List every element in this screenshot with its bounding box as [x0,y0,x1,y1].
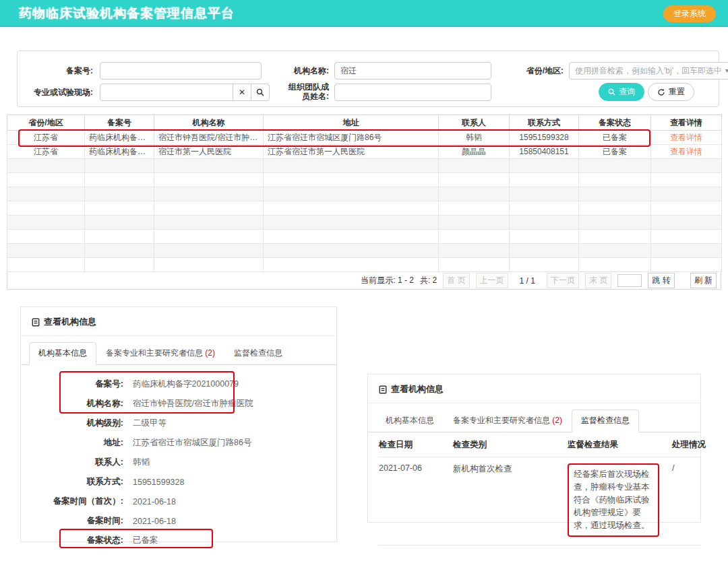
org-name-input[interactable] [334,62,491,79]
panel-title-text: 查看机构信息 [44,316,96,328]
tab-label: 备案专业和主要研究者信息 [106,348,203,358]
field-value: 药临床机构备字2021000079 [133,379,239,390]
profession-label: 专业或试验现场: [18,84,93,101]
cell-province: 江苏省 [7,145,85,159]
tab-label: 监督检查信息 [581,416,630,425]
field-value: 2021-06-18 [133,517,176,526]
table-row-1[interactable]: 江苏省 药临床机构备字20210... 宿迁市钟吾医院/宿迁市肿瘤医院 江苏省宿… [7,131,722,145]
panel-title: 查看机构信息 [21,307,336,336]
panel-title-text: 查看机构信息 [391,383,444,395]
tab-label: 机构基本信息 [386,416,434,425]
cell-org-name: 宿迁市钟吾医院/宿迁市肿瘤医院 [154,131,264,145]
team-member-label: 组织团队成员姓名: [284,82,329,101]
query-button[interactable]: 查询 [599,83,644,101]
app-header: 药物临床试验机构备案管理信息平台 登录系统 [0,0,728,27]
table-row-empty [7,173,722,187]
view-detail-link[interactable]: 查看详情 [670,133,702,142]
tab-basic-info[interactable]: 机构基本信息 [376,410,444,432]
document-icon [32,318,40,327]
col-province: 省份/地区 [7,115,85,131]
table-row-2[interactable]: 江苏省 药临床机构备字20210... 宿迁市第一人民医院 江苏省宿迁市第一人民… [7,145,722,159]
field-label: 机构名称: [21,398,123,410]
province-select[interactable] [569,62,728,79]
cell-record-no: 药临床机构备字20210... [85,131,154,145]
field-value: 江苏省宿迁市宿城区厦门路86号 [133,437,251,449]
profession-input[interactable] [100,84,233,101]
prev-page-button[interactable]: 上一页 [476,273,508,288]
search-panel: 备案号: 机构名称: 省份/地区: ▾ 专业或试验现场: ✕ 组织团队成员姓名:… [17,51,719,107]
field-label: 地址: [21,437,123,449]
col-inspect-result: 监督检查结果 [568,439,665,451]
last-page-button[interactable]: 末 页 [585,273,611,288]
tab-basic-info[interactable]: 机构基本信息 [29,342,96,365]
inspect-date: 2021-07-06 [379,463,453,537]
cell-phone: 15850408151 [510,145,579,159]
field-label: 联系人: [21,457,123,468]
field-value: 15951599328 [133,478,184,487]
login-button[interactable]: 登录系统 [663,5,716,22]
col-inspect-type: 检查类别 [453,439,568,451]
province-label: 省份/地区: [508,62,564,79]
page-indicator: 1 / 1 [514,276,541,286]
table-row-empty [7,201,722,216]
tab-researcher-info[interactable]: 备案专业和主要研究者信息 (2) [96,342,224,365]
document-icon [379,385,387,394]
cell-org-name: 宿迁市第一人民医院 [154,145,264,159]
field-label: 机构级别: [21,418,123,429]
search-icon [608,88,615,96]
tab-label: 备案专业和主要研究者信息 [453,416,550,425]
query-button-label: 查询 [619,86,635,98]
record-no-input[interactable] [100,62,262,79]
cell-phone: 15951599328 [510,131,579,145]
table-header-row: 省份/地区 备案号 机构名称 地址 联系人 联系方式 备案状态 查看详情 [7,115,722,131]
tab-supervision-info[interactable]: 监督检查信息 [572,410,639,432]
col-detail: 查看详情 [651,115,722,131]
jump-page-input[interactable] [617,274,642,287]
tab-bar: 机构基本信息 备案专业和主要研究者信息 (2) 监督检查信息 [368,403,700,432]
search-icon[interactable] [251,84,270,101]
cell-contact: 韩韬 [439,131,510,145]
jump-button[interactable]: 跳 转 [648,273,674,288]
tab-researcher-info[interactable]: 备案专业和主要研究者信息 (2) [444,410,572,432]
col-phone: 联系方式 [510,115,579,131]
org-info-panel-basic: 查看机构信息 机构基本信息 备案专业和主要研究者信息 (2) 监督检查信息 备案… [20,306,337,542]
cell-contact: 颜晶晶 [439,145,510,159]
cell-address: 江苏省宿迁市第一人民医院 [264,145,439,159]
tab-supervision-info[interactable]: 监督检查信息 [224,342,292,365]
pagination-bar: 当前显示: 1 - 2 共: 2 首 页 上一页 1 / 1 下一页 末 页 跳… [7,272,721,290]
table-row-empty [7,216,722,230]
refresh-button[interactable]: 刷 新 [690,273,717,288]
col-handling: 处理情况 [665,439,706,451]
col-org-name: 机构名称 [154,115,264,131]
field-value: 已备案 [133,535,158,546]
tab-label: 机构基本信息 [38,348,87,358]
first-page-button[interactable]: 首 页 [443,273,469,288]
view-detail-link[interactable]: 查看详情 [670,147,702,156]
tab-count-badge: (2) [205,348,215,358]
tab-label: 监督检查信息 [234,348,282,358]
handling-status: / [665,463,706,537]
col-record-no: 备案号 [85,115,154,131]
field-label: 备案状态: [21,535,123,546]
status-badge: 已备案 [579,145,651,159]
clear-icon[interactable]: ✕ [233,84,251,101]
inspect-result highlight-box-result: 经备案后首次现场检查，肿瘤科专业基本符合《药物临床试验机构管理规定》要求，通过现… [568,463,659,537]
org-name-label: 机构名称: [267,62,329,79]
pagination-showing: 当前显示: 1 - 2 [361,275,414,286]
field-label: 备案时间: [21,515,123,527]
table-row-empty [7,244,722,258]
reset-button[interactable]: 重置 [648,83,694,101]
page-title: 药物临床试验机构备案管理信息平台 [19,0,235,27]
table-row-empty [7,187,722,201]
next-page-button[interactable]: 下一页 [547,273,579,288]
col-contact: 联系人 [439,115,510,131]
cell-record-no: 药临床机构备字20210... [85,145,154,159]
inspection-table: 检查日期 检查类别 监督检查结果 处理情况 2021-07-06 新机构首次检查… [379,432,700,546]
org-info-panel-supervision: 查看机构信息 机构基本信息 备案专业和主要研究者信息 (2) 监督检查信息 检查… [367,374,701,523]
field-label: 联系方式: [21,476,123,488]
team-member-input[interactable] [334,84,491,101]
field-label: 备案时间（首次）: [21,496,123,507]
inspection-row: 2021-07-06 新机构首次检查 经备案后首次现场检查，肿瘤科专业基本符合《… [379,457,700,546]
field-value: 2021-06-18 [133,497,176,507]
inspection-header-row: 检查日期 检查类别 监督检查结果 处理情况 [379,432,700,457]
